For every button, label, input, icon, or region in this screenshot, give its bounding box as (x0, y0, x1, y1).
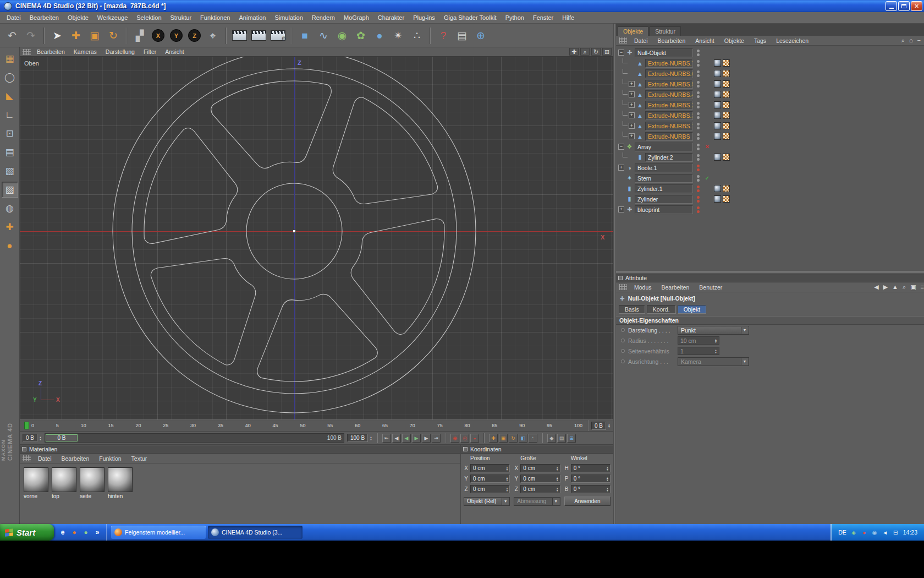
search-icon[interactable]: ⌕ (903, 283, 906, 291)
visibility-dots[interactable] (693, 196, 703, 203)
visibility-dots[interactable] (693, 81, 703, 88)
animation-dot[interactable] (621, 359, 625, 363)
snap-icon[interactable]: ▞ (131, 26, 148, 45)
language-indicator[interactable]: DE (838, 529, 846, 536)
phong-tag-icon[interactable] (714, 59, 721, 67)
current-frame-field[interactable]: 0 B ▲▼ (23, 433, 42, 443)
rotate-icon[interactable]: ↻ (105, 26, 122, 45)
texture-tag-icon[interactable] (723, 154, 730, 161)
zoom-view-icon[interactable]: ⌕ (580, 48, 590, 56)
spinner-arrows-icon[interactable]: ▲▼ (39, 436, 42, 440)
object-row[interactable]: ▮ Zylinder.1 (616, 183, 924, 194)
task-button-cinema4d[interactable]: CINEMA 4D Studio (3... (208, 526, 302, 539)
current-frame-marker[interactable] (24, 422, 29, 429)
material-thumbnail[interactable] (52, 467, 76, 492)
tab-struktur[interactable]: Struktur (650, 26, 681, 36)
material-thumbnail[interactable] (80, 467, 105, 492)
panel-grip-icon[interactable] (619, 284, 627, 290)
attributes-menu-item[interactable]: Benutzer (694, 284, 727, 291)
object-row[interactable]: + ▲ Extrude-NURBS.3 (616, 110, 924, 121)
lock-z-icon[interactable]: Z (188, 29, 201, 42)
spinner-arrows-icon[interactable]: ▲▼ (608, 423, 610, 428)
chevron-down-icon[interactable]: ▼ (502, 498, 509, 505)
materials-menu-item[interactable]: Bearbeiten (57, 455, 95, 462)
texture-tag-icon[interactable] (723, 91, 730, 98)
keyframe-presets-icon[interactable]: ◆ (547, 434, 556, 443)
undo-icon[interactable]: ↶ (3, 26, 21, 45)
phong-tag-icon[interactable] (714, 112, 721, 119)
add-nurbs-icon[interactable]: ◉ (333, 26, 351, 45)
close-button[interactable]: ✕ (911, 1, 922, 11)
visibility-dots[interactable] (693, 60, 703, 67)
object-name[interactable]: Null-Objekt (635, 48, 693, 57)
home-icon[interactable]: ⌂ (909, 37, 913, 44)
disabled-mark-icon[interactable]: ✕ (703, 144, 712, 150)
texture-tag-icon[interactable] (723, 185, 730, 192)
rotate-view-icon[interactable]: ↻ (591, 48, 601, 56)
add-deformer-icon[interactable]: ✴ (389, 26, 407, 45)
add-spline-icon[interactable]: ∿ (315, 26, 332, 45)
object-name[interactable]: Extrude-NURBS.6 (645, 69, 693, 78)
object-row[interactable]: ▮ Zylinder (616, 194, 924, 204)
material-item[interactable]: vorne (24, 467, 50, 499)
object-manager-menu-item[interactable]: Datei (629, 37, 653, 44)
attributes-menu-item[interactable]: Modus (629, 284, 657, 291)
menu-item[interactable]: Plug-ins (409, 12, 439, 24)
play-button[interactable]: ▶ (412, 434, 421, 443)
texture-mode-icon[interactable]: ◣ (2, 88, 18, 104)
tab-objekt[interactable]: Objekt (678, 305, 706, 314)
object-name[interactable]: Array (635, 143, 693, 151)
lock-y-icon[interactable]: Y (170, 29, 183, 42)
add-particles-icon[interactable]: ∴ (408, 26, 426, 45)
object-name[interactable]: Extrude-NURBS.2 (645, 101, 693, 110)
viewport-menu-item[interactable]: Ansicht (161, 48, 188, 55)
object-manager-menu-item[interactable]: Bearbeiten (653, 37, 691, 44)
menu-item[interactable]: Charakter (373, 12, 409, 24)
panel-icon[interactable]: ▣ (910, 283, 916, 291)
object-name[interactable]: Extrude-NURBS.5 (645, 80, 693, 89)
expand-toggle[interactable]: − (618, 50, 624, 56)
texture-tag-icon[interactable] (723, 112, 730, 119)
help-icon[interactable]: ? (435, 26, 452, 45)
viewport-menu-item[interactable]: Filter (140, 48, 160, 55)
menu-item[interactable]: Giga Shader Toolkit (439, 12, 501, 24)
tray-antivirus-icon[interactable]: ● (860, 528, 868, 537)
search-icon[interactable]: ⌕ (901, 37, 905, 44)
texture-axis-mode-icon[interactable]: ◍ (2, 200, 18, 216)
next-frame-button[interactable]: ▶ (422, 434, 431, 443)
menu-item[interactable]: MoGraph (339, 12, 373, 24)
workplane-mode-icon[interactable]: ∟ (2, 107, 18, 123)
visibility-dots[interactable] (693, 112, 703, 119)
object-name[interactable]: Extrude-NURBS.4 (645, 90, 693, 99)
record-scale-toggle[interactable]: ▣ (499, 434, 508, 443)
expand-toggle[interactable]: + (618, 165, 624, 171)
menu-item[interactable]: Datei (2, 12, 25, 24)
expand-toggle[interactable]: + (629, 102, 635, 108)
ie-icon[interactable]: e (58, 528, 67, 537)
fcurve-icon[interactable]: ▤ (557, 434, 566, 443)
object-axis-mode-icon[interactable]: ✚ (2, 219, 18, 235)
timeline-ruler[interactable]: 0510152025303540455055606570758085909510… (20, 419, 613, 432)
visibility-dots[interactable] (693, 206, 703, 213)
model-mode-icon[interactable]: ◯ (2, 69, 18, 85)
visibility-dots[interactable] (693, 133, 703, 140)
object-row[interactable]: + ◑ Boole.1 (616, 162, 924, 173)
object-row[interactable]: + ▲ Extrude-NURBS.5 (616, 79, 924, 89)
firefox-icon[interactable]: ● (70, 528, 79, 537)
edge-mode-icon[interactable]: ▤ (2, 144, 18, 160)
collapse-icon[interactable]: − (917, 37, 921, 44)
material-item[interactable]: seite (80, 467, 106, 499)
tab-objekte[interactable]: Objekte (618, 26, 648, 36)
angle-p-field[interactable]: 0 °▲▼ (571, 475, 610, 483)
visibility-dots[interactable] (693, 123, 703, 129)
scale-icon[interactable]: ▣ (86, 26, 103, 45)
goto-start-button[interactable]: ⇤ (382, 434, 391, 443)
menu-item[interactable]: Simulation (270, 12, 307, 24)
make-editable-icon[interactable]: ▦ (2, 51, 18, 67)
object-manager-menu-item[interactable]: Ansicht (690, 37, 719, 44)
record-pla-toggle[interactable]: ∴ (529, 434, 537, 443)
tray-network-icon[interactable]: ⊟ (892, 528, 900, 537)
spinner-arrows-icon[interactable]: ▲▼ (370, 436, 372, 440)
texture-tag-icon[interactable] (723, 101, 730, 108)
record-keyframe-button[interactable]: ◉ (450, 434, 459, 443)
